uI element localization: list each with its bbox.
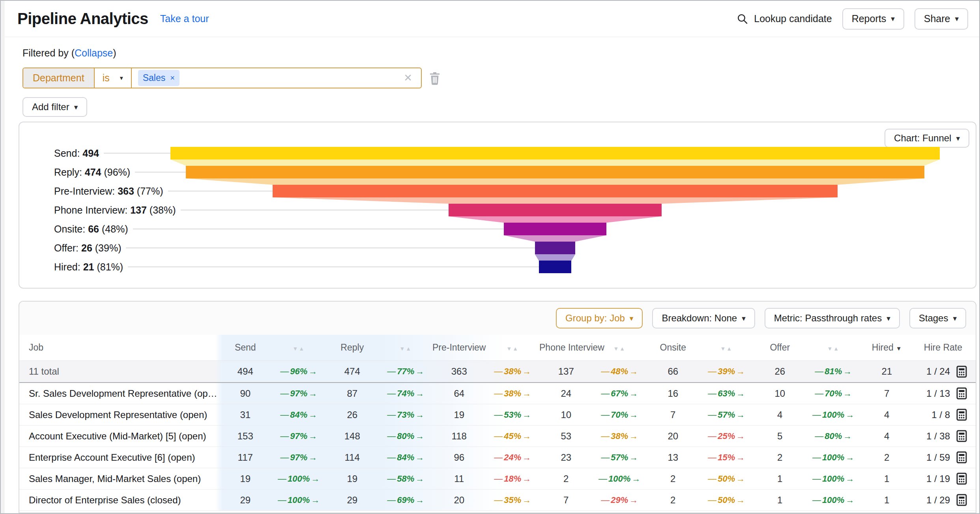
hire-rate-cell: 1 / 24 [914,366,976,378]
metric-selector[interactable]: Metric: Passthrough rates ▾ [765,308,900,328]
value-cell: 19 [219,473,272,484]
leader-line [128,266,539,267]
sort-control-icon[interactable]: ▼▲ [399,345,412,352]
value-cell: 7 [646,409,700,420]
sort-control-icon[interactable]: ▼▲ [292,345,305,352]
value-cell: 2 [646,495,700,506]
column-header-phone-interview[interactable]: Phone Interview [539,342,593,353]
passthrough-cell: —84%→ [272,410,326,420]
passthrough-cell: —58%→ [379,474,433,484]
funnel-stage-label: Onsite: 66 (48%) [54,223,128,235]
value-cell: 1 [860,495,914,506]
reports-button[interactable]: Reports ▾ [842,8,904,30]
hire-rate-value: 1 / 19 [926,473,950,484]
group-by-selector[interactable]: Group by: Job ▾ [556,308,643,328]
stages-selector[interactable]: Stages ▾ [909,308,966,328]
reports-label: Reports [852,13,886,24]
column-header-onsite[interactable]: Onsite [646,342,700,353]
funnel-stage-row: Phone Interview: 137 (38%) [19,204,976,223]
funnel-stage-row: Offer: 26 (39%) [19,242,976,261]
filter-value-input[interactable]: Sales × ✕ [132,68,421,88]
funnel-stage-label: Phone Interview: 137 (38%) [54,204,176,216]
column-header-send[interactable]: Send [219,342,272,353]
take-a-tour-link[interactable]: Take a tour [160,13,209,24]
value-cell: 90 [219,388,272,399]
job-cell: 11 total [19,366,219,377]
filter-section: Filtered by (Collapse) Department is ▾ S… [22,47,441,117]
funnel-bar-hired [539,261,572,273]
leader-line [104,153,170,154]
funnel-connector [535,254,576,261]
passthrough-cell: —70%→ [593,410,647,420]
lookup-candidate-label: Lookup candidate [754,13,832,24]
calculator-icon[interactable] [956,409,967,421]
sort-desc-icon[interactable]: ▼ [896,345,902,352]
passthrough-cell: —100%→ [807,495,860,505]
breakdown-selector[interactable]: Breakdown: None ▾ [652,308,755,328]
value-cell: 2 [753,452,807,463]
passthrough-cell: —73%→ [379,410,433,420]
column-header-pre-interview[interactable]: Pre-Interview [432,342,486,353]
funnel-chart-card: Chart: Funnel ▾ Send: 494Reply: 474 (96%… [19,122,976,289]
sort-control-icon[interactable]: ▼▲ [613,345,626,352]
share-label: Share [924,13,950,24]
calculator-icon[interactable] [956,451,967,463]
value-cell: 23 [539,452,593,463]
passthrough-cell: —50%→ [700,495,754,505]
top-header: Pipeline Analytics Take a tour Lookup ca… [5,1,979,37]
sort-control-icon[interactable]: ▼▲ [506,345,519,352]
funnel-connector [186,178,924,185]
value-cell: 4 [860,409,914,420]
collapse-link[interactable]: Collapse [75,47,113,58]
filter-field-select[interactable]: Department [23,68,95,88]
value-cell: 96 [432,452,486,463]
lookup-candidate-button[interactable]: Lookup candidate [737,13,832,25]
value-cell: 153 [219,431,272,442]
leader-line [181,210,449,210]
delete-filter-button[interactable] [429,71,441,85]
value-cell: 10 [753,388,807,399]
clear-filter-icon[interactable]: ✕ [404,72,415,84]
passthrough-cell: —97%→ [272,452,326,463]
sort-control-icon[interactable]: ▼▲ [720,345,733,352]
table-row: Sales Development Representative (open)3… [19,404,976,426]
share-button[interactable]: Share ▾ [915,8,968,30]
passthrough-cell: —70%→ [807,388,860,399]
leader-line [133,229,504,229]
passthrough-cell: —18%→ [486,474,540,484]
passthrough-cell: —96%→ [272,366,326,377]
filter-operator-select[interactable]: is ▾ [95,68,132,88]
calculator-icon[interactable] [956,366,967,378]
filter-pill: Department is ▾ Sales × ✕ [22,68,422,88]
hire-rate-cell: 1 / 19 [914,473,976,485]
column-header-reply[interactable]: Reply [325,342,379,353]
calculator-icon[interactable] [956,387,967,400]
hire-rate-value: 1 / 59 [926,452,950,463]
passthrough-cell: —48%→ [593,366,647,377]
column-header-job: Job [19,342,219,353]
passthrough-cell: —38%→ [486,388,540,399]
calculator-icon[interactable] [956,473,967,485]
sort-control-icon[interactable]: ▼▲ [827,345,840,352]
column-header-hired[interactable]: Hired▼ [860,342,914,353]
value-cell: 19 [325,473,379,484]
table-scroll-strip[interactable] [19,512,976,514]
calculator-icon[interactable] [956,430,967,442]
value-cell: 66 [646,366,700,377]
hire-rate-cell: 1 / 38 [914,430,976,442]
hire-rate-cell: 1 / 8 [914,409,976,421]
value-cell: 16 [646,388,700,399]
table-row: Account Executive (Mid-Market) [5] (open… [19,426,976,447]
column-header-offer[interactable]: Offer [753,342,807,353]
calculator-icon[interactable] [956,494,967,506]
filter-value-tag[interactable]: Sales × [138,70,180,86]
add-filter-button[interactable]: Add filter ▾ [22,97,87,117]
tag-remove-icon[interactable]: × [170,73,175,83]
passthrough-cell: —100%→ [807,410,860,420]
job-cell: Enterprise Account Executive [6] (open) [19,452,219,463]
funnel-connector [504,235,607,242]
table-total-row: 11 total494—96%→474—77%→363—38%→137—48%→… [19,361,976,383]
hire-rate-cell: 1 / 59 [914,451,976,463]
chart-type-selector[interactable]: Chart: Funnel ▾ [885,129,969,148]
header-actions: Lookup candidate Reports ▾ Share ▾ [737,8,968,30]
